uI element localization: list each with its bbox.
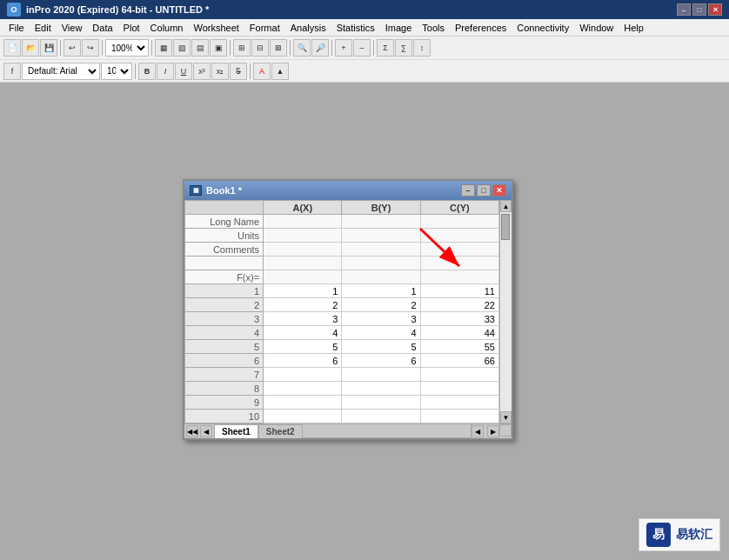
cell-b-2[interactable]: 2 <box>342 298 420 312</box>
cell-c-7[interactable] <box>420 368 498 382</box>
menu-preferences[interactable]: Preferences <box>450 21 512 35</box>
redo-button[interactable]: ↪ <box>82 39 99 57</box>
undo-button[interactable]: ↩ <box>64 39 81 57</box>
cell-a-6[interactable]: 6 <box>264 354 342 368</box>
tb11[interactable]: 🔎 <box>311 39 329 57</box>
tb4[interactable]: ▧ <box>173 39 191 57</box>
menu-analysis[interactable]: Analysis <box>285 21 331 35</box>
cell-a-1[interactable]: 1 <box>264 284 342 298</box>
font-dropdown[interactable]: Default: Arial <box>22 63 100 80</box>
tb8[interactable]: ⊟ <box>251 39 269 57</box>
strikethrough-button[interactable]: S̶ <box>230 63 247 80</box>
cell-b-3[interactable]: 3 <box>342 312 420 326</box>
cell-a-7[interactable] <box>264 368 342 382</box>
tab-prev[interactable]: ◀ <box>200 425 212 437</box>
subscript-button[interactable]: x₂ <box>211 63 229 80</box>
cell-b-comments[interactable] <box>342 243 420 257</box>
cell-b-7[interactable] <box>342 368 420 382</box>
tb12[interactable]: + <box>335 39 352 57</box>
superscript-button[interactable]: x² <box>193 63 211 80</box>
tb14[interactable]: Σ <box>377 39 394 57</box>
h-scroll-right[interactable]: ▶ <box>487 425 499 437</box>
col-header-a[interactable]: A(X) <box>264 201 342 215</box>
menu-statistics[interactable]: Statistics <box>331 21 380 35</box>
scroll-down-button[interactable]: ▼ <box>500 411 512 423</box>
cell-b-5[interactable]: 5 <box>342 340 420 354</box>
cell-a-fx[interactable] <box>264 270 342 284</box>
menu-view[interactable]: View <box>57 21 88 35</box>
cell-c-9[interactable] <box>420 396 498 410</box>
open-button[interactable]: 📂 <box>22 39 39 57</box>
menu-window[interactable]: Window <box>574 21 619 35</box>
menu-worksheet[interactable]: Worksheet <box>188 21 244 35</box>
fill-color-button[interactable]: ▲ <box>271 63 289 80</box>
cell-a-3[interactable]: 3 <box>264 312 342 326</box>
book-maximize[interactable]: □ <box>477 184 491 197</box>
tb10[interactable]: 🔍 <box>293 39 311 57</box>
sheet-tab-1[interactable]: Sheet1 <box>214 424 258 438</box>
cell-b-empty[interactable] <box>342 257 420 270</box>
cell-a-comments[interactable] <box>264 243 342 257</box>
cell-b-6[interactable]: 6 <box>342 354 420 368</box>
tb7[interactable]: ⊞ <box>233 39 251 57</box>
cell-a-5[interactable]: 5 <box>264 340 342 354</box>
text-color-button[interactable]: A <box>253 63 271 80</box>
close-button[interactable]: ✕ <box>708 3 722 16</box>
tb6[interactable]: ▣ <box>210 39 227 57</box>
menu-format[interactable]: Format <box>244 21 285 35</box>
italic-button[interactable]: I <box>157 63 174 80</box>
cell-b-longname[interactable] <box>342 215 420 229</box>
tb5[interactable]: ▤ <box>191 39 209 57</box>
underline-button[interactable]: U <box>175 63 192 80</box>
tb16[interactable]: ↕ <box>413 39 431 57</box>
bold-button[interactable]: B <box>138 63 156 80</box>
cell-a-4[interactable]: 4 <box>264 326 342 340</box>
cell-c-6[interactable]: 66 <box>420 354 498 368</box>
cell-b-8[interactable] <box>342 382 420 396</box>
vertical-scrollbar[interactable]: ▲ ▼ <box>499 200 512 423</box>
cell-c-10[interactable] <box>420 410 498 423</box>
maximize-button[interactable]: □ <box>692 3 706 16</box>
minimize-button[interactable]: – <box>677 3 691 16</box>
col-header-c[interactable]: C(Y) <box>420 201 498 215</box>
cell-a-longname[interactable] <box>264 215 342 229</box>
menu-file[interactable]: File <box>3 21 30 35</box>
cell-a-10[interactable] <box>264 410 342 423</box>
tb-f1[interactable]: f <box>3 63 21 80</box>
cell-c-3[interactable]: 33 <box>420 312 498 326</box>
cell-b-units[interactable] <box>342 229 420 243</box>
menu-tools[interactable]: Tools <box>417 21 450 35</box>
cell-a-8[interactable] <box>264 382 342 396</box>
menu-edit[interactable]: Edit <box>30 21 57 35</box>
book-close[interactable]: ✕ <box>492 184 506 197</box>
cell-c-5[interactable]: 55 <box>420 340 498 354</box>
cell-c-longname[interactable] <box>420 215 498 229</box>
cell-c-2[interactable]: 22 <box>420 298 498 312</box>
fontsize-dropdown[interactable]: 10 <box>101 63 132 80</box>
book-title-bar[interactable]: ▦ Book1 * – □ ✕ <box>184 181 512 200</box>
menu-help[interactable]: Help <box>619 21 649 35</box>
tab-first[interactable]: ◀◀ <box>186 425 198 437</box>
col-header-b[interactable]: B(Y) <box>342 201 420 215</box>
cell-b-10[interactable] <box>342 410 420 423</box>
menu-data[interactable]: Data <box>87 21 117 35</box>
cell-c-1[interactable]: 11 <box>420 284 498 298</box>
menu-image[interactable]: Image <box>380 21 418 35</box>
cell-c-8[interactable] <box>420 382 498 396</box>
h-scroll-left[interactable]: ◀ <box>472 425 484 437</box>
cell-b-4[interactable]: 4 <box>342 326 420 340</box>
cell-b-9[interactable] <box>342 396 420 410</box>
cell-c-comments[interactable] <box>420 243 498 257</box>
menu-connectivity[interactable]: Connectivity <box>512 21 574 35</box>
tb15[interactable]: ∑ <box>395 39 412 57</box>
cell-c-fx[interactable] <box>420 270 498 284</box>
cell-c-4[interactable]: 44 <box>420 326 498 340</box>
cell-a-empty[interactable] <box>264 257 342 270</box>
cell-b-1[interactable]: 1 <box>342 284 420 298</box>
scroll-thumb[interactable] <box>501 214 510 240</box>
menu-column[interactable]: Column <box>145 21 189 35</box>
book-minimize[interactable]: – <box>461 184 475 197</box>
save-button[interactable]: 💾 <box>40 39 57 57</box>
cell-a-2[interactable]: 2 <box>264 298 342 312</box>
sheet-tab-2[interactable]: Sheet2 <box>258 424 303 438</box>
